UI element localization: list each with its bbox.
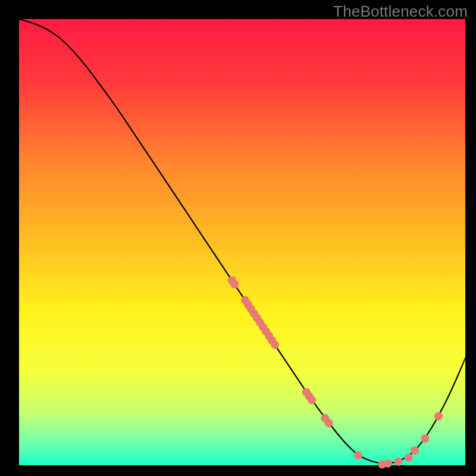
curve-marker bbox=[230, 280, 239, 289]
curve-marker bbox=[354, 452, 362, 460]
curve-marker bbox=[308, 396, 316, 404]
curve-marker bbox=[421, 434, 430, 443]
curve-marker bbox=[384, 459, 392, 468]
curve-marker bbox=[434, 412, 443, 421]
curve-marker bbox=[394, 458, 403, 466]
plot-background bbox=[19, 19, 465, 465]
chart-frame: TheBottleneck.com bbox=[0, 0, 476, 476]
curve-marker bbox=[411, 446, 419, 455]
chart-canvas bbox=[0, 0, 476, 476]
curve-marker bbox=[405, 453, 413, 462]
curve-marker bbox=[325, 419, 333, 427]
curve-marker bbox=[271, 340, 279, 349]
